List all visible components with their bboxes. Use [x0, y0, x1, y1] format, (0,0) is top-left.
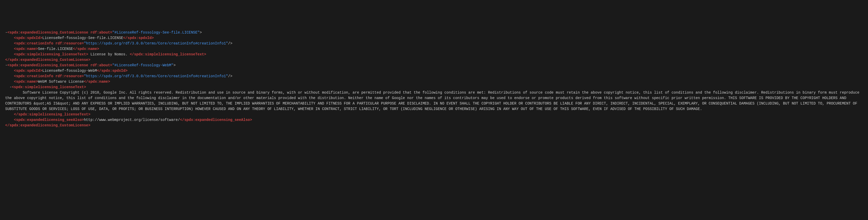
code-line: Software License Copyright (c) 2010, Goo…	[5, 90, 863, 112]
code-part: <spdx:simplelicensing_licenseText>	[14, 52, 88, 56]
code-part: rdf:about=	[91, 63, 112, 67]
code-part: "#LicenseRef-fossology-See-file.LICENSE"	[112, 30, 200, 35]
code-part: License by Nomos.	[88, 52, 130, 56]
code-line: </spdx:expandedlicensing_CustomLicense>	[5, 57, 863, 63]
xml-content: -<spdx:expandedlicensing_CustomLicense r…	[5, 25, 863, 128]
code-part: <spdx:creationInfo	[14, 74, 53, 78]
code-line: <spdx:spdxId>LicenseRef-fossology-See-fi…	[5, 35, 863, 41]
code-line: -<spdx:expandedlicensing_CustomLicense r…	[5, 63, 863, 68]
code-part: <spdx:expandedlicensing_seeAlso>	[14, 118, 84, 122]
code-part: rdf:resource=	[55, 41, 84, 45]
code-part: LicenseRef-fossology-WebM	[42, 69, 97, 73]
code-part	[88, 30, 90, 35]
code-line: -<spdx:expandedlicensing_CustomLicense r…	[5, 30, 863, 35]
code-part: "https://spdx.org/rdf/3.0.0/terms/Core/c…	[84, 74, 228, 78]
code-part: </spdx:expandedlicensing_seeAlso>	[180, 118, 252, 122]
code-line: </spdx:expandedlicensing_CustomLicense>	[5, 123, 863, 128]
code-part: rdf:about=	[91, 30, 112, 35]
code-part: <spdx:spdxId>	[14, 36, 42, 40]
code-part: "https://spdx.org/rdf/3.0.0/terms/Core/c…	[84, 41, 228, 45]
code-part: <spdx:name>	[14, 47, 38, 51]
code-part: rdf:resource=	[55, 74, 84, 78]
code-part: />	[228, 74, 232, 78]
code-part: </spdx:simplelicensing_licenseText>	[14, 112, 91, 117]
code-part: >	[200, 30, 202, 35]
code-part: />	[228, 41, 232, 45]
code-part: </spdx:simplelicensing_licenseText>	[130, 52, 206, 56]
code-part: </spdx:spdxId>	[123, 36, 154, 40]
code-line: <spdx:simplelicensing_licenseText> Licen…	[5, 52, 863, 57]
code-part: </spdx:spdxId>	[97, 69, 128, 73]
code-part	[53, 41, 55, 45]
code-part: http://www.webmproject.org/license/softw…	[84, 118, 180, 122]
code-part: <spdx:creationInfo	[14, 41, 53, 45]
code-part: "#LicenseRef-fossology-WebM"	[112, 63, 174, 67]
code-part	[88, 63, 90, 67]
code-line: <spdx:spdxId>LicenseRef-fossology-WebM</…	[5, 68, 863, 73]
code-part: See-file.LICENSE	[38, 47, 73, 51]
code-line: <spdx:creationInfo rdf:resource="https:/…	[5, 41, 863, 46]
code-part: <spdx:simplelicensing_licenseText>	[12, 85, 86, 89]
code-part	[53, 74, 55, 78]
code-line: <spdx:name>See-file.LICENSE</spdx:name>	[5, 46, 863, 52]
code-part: WebM Software License	[38, 80, 84, 84]
code-part: </spdx:name>	[73, 47, 99, 51]
code-part: </spdx:name>	[84, 80, 110, 84]
code-line: </spdx:simplelicensing_licenseText>	[5, 112, 863, 117]
code-part: <spdx:expandedlicensing_CustomLicense	[7, 30, 88, 35]
code-part: <spdx:expandedlicensing_CustomLicense	[7, 63, 88, 67]
code-line: <spdx:name>WebM Software License</spdx:n…	[5, 79, 863, 85]
code-part: LicenseRef-fossology-See-file.LICENSE	[42, 36, 123, 40]
code-part: <spdx:spdxId>	[14, 69, 42, 73]
code-line: <spdx:expandedlicensing_seeAlso>http://w…	[5, 117, 863, 123]
code-part: <spdx:name>	[14, 80, 38, 84]
code-line: -<spdx:simplelicensing_licenseText>	[5, 85, 863, 90]
code-line: <spdx:creationInfo rdf:resource="https:/…	[5, 73, 863, 79]
code-part: </spdx:expandedlicensing_CustomLicense>	[5, 58, 91, 62]
code-part: >	[174, 63, 176, 67]
code-part: </spdx:expandedlicensing_CustomLicense>	[5, 123, 91, 127]
code-part: Software License Copyright (c) 2010, Goo…	[5, 91, 862, 111]
